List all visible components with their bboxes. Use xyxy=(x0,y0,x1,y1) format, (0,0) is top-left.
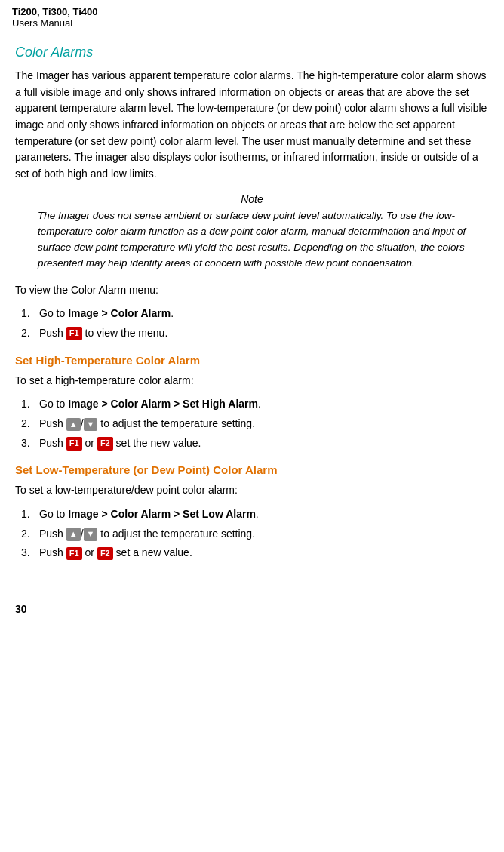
view-menu-intro: To view the Color Alarm menu: xyxy=(15,282,489,299)
note-title: Note xyxy=(38,193,466,205)
page-number: 30 xyxy=(15,603,27,615)
list-item: 1. Go to Image > Color Alarm > Set Low A… xyxy=(15,506,489,523)
up-arrow-key: ▲ xyxy=(66,418,81,431)
low-steps: 1. Go to Image > Color Alarm > Set Low A… xyxy=(15,506,489,561)
bold-text: Image > Color Alarm > Set Low Alarm xyxy=(68,508,256,520)
low-intro: To set a low-temperature/dew point color… xyxy=(15,482,489,499)
step-num: 1. xyxy=(15,506,39,523)
high-intro: To set a high-temperature color alarm: xyxy=(15,373,489,389)
list-item: 2. Push F1 to view the menu. xyxy=(15,325,489,342)
step-content: Push ▲/▼ to adjust the temperature setti… xyxy=(39,416,489,432)
sub-heading-low: Set Low-Temperature (or Dew Point) Color… xyxy=(15,463,489,476)
up-arrow-key: ▲ xyxy=(66,528,81,540)
main-content: Color Alarms The Imager has various appa… xyxy=(0,32,504,580)
bold-text: Image > Color Alarm xyxy=(68,307,171,319)
step-num: 2. xyxy=(15,526,39,543)
step-num: 3. xyxy=(15,435,39,452)
note-block: Note The Imager does not sense ambient o… xyxy=(38,193,466,272)
step-num: 3. xyxy=(15,545,39,561)
step-content: Go to Image > Color Alarm. xyxy=(39,306,489,322)
intro-paragraph: The Imager has various apparent temperat… xyxy=(15,68,489,183)
step-num: 2. xyxy=(15,325,39,342)
down-arrow-key: ▼ xyxy=(84,418,98,431)
down-arrow-key: ▼ xyxy=(84,528,98,540)
list-item: 1. Go to Image > Color Alarm. xyxy=(15,306,489,322)
step-num: 1. xyxy=(15,396,39,413)
step-content: Go to Image > Color Alarm > Set High Ala… xyxy=(39,396,489,413)
f1-key: F1 xyxy=(66,437,82,450)
section-heading: Color Alarms xyxy=(15,45,489,60)
list-item: 2. Push ▲/▼ to adjust the temperature se… xyxy=(15,416,489,432)
high-steps: 1. Go to Image > Color Alarm > Set High … xyxy=(15,396,489,451)
list-item: 1. Go to Image > Color Alarm > Set High … xyxy=(15,396,489,413)
step-content: Push ▲/▼ to adjust the temperature setti… xyxy=(39,526,489,543)
step-num: 2. xyxy=(15,416,39,432)
list-item: 3. Push F1 or F2 set a new value. xyxy=(15,545,489,561)
footer: 30 xyxy=(0,595,504,623)
list-item: 2. Push ▲/▼ to adjust the temperature se… xyxy=(15,526,489,543)
f1-key: F1 xyxy=(66,327,82,340)
step-num: 1. xyxy=(15,306,39,322)
step-content: Push F1 to view the menu. xyxy=(39,325,489,342)
header-subtitle: Users Manual xyxy=(12,17,492,29)
view-menu-steps: 1. Go to Image > Color Alarm. 2. Push F1… xyxy=(15,306,489,341)
note-text: The Imager does not sense ambient or sur… xyxy=(38,208,466,272)
bold-text: Image > Color Alarm > Set High Alarm xyxy=(68,398,258,410)
sub-heading-high: Set High-Temperature Color Alarm xyxy=(15,354,489,367)
header: Ti200, Ti300, Ti400 Users Manual xyxy=(0,0,504,32)
header-title: Ti200, Ti300, Ti400 xyxy=(12,6,492,17)
f2-key: F2 xyxy=(97,437,113,450)
f2-key: F2 xyxy=(97,547,113,560)
step-content: Push F1 or F2 set a new value. xyxy=(39,545,489,561)
step-content: Go to Image > Color Alarm > Set Low Alar… xyxy=(39,506,489,523)
step-content: Push F1 or F2 set the new value. xyxy=(39,435,489,452)
list-item: 3. Push F1 or F2 set the new value. xyxy=(15,435,489,452)
f1-key: F1 xyxy=(66,547,82,560)
